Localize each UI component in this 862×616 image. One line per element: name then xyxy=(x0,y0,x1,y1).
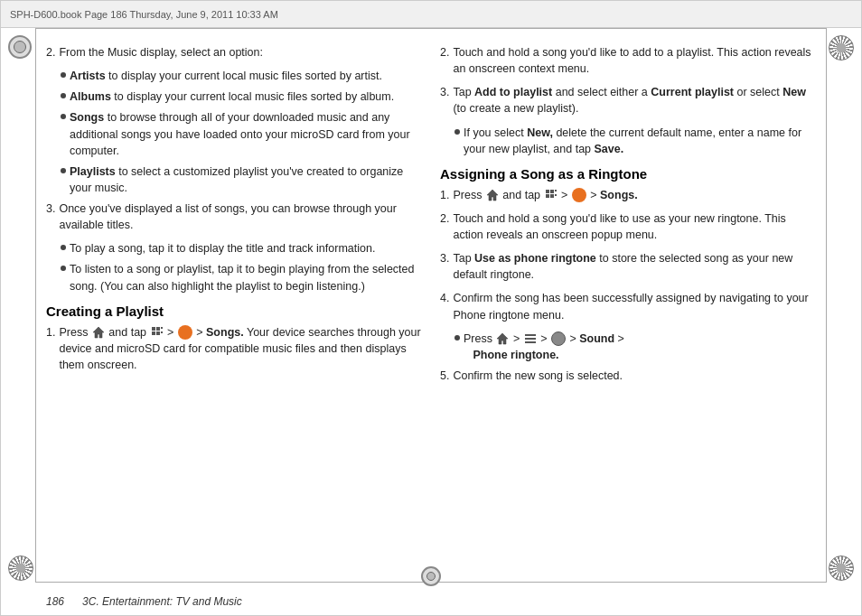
creating-step-1: 1. Press and tap xyxy=(46,324,422,373)
right-column: 2. Touch and hold a song you'd like to a… xyxy=(440,35,816,570)
step3-right-bullets: If you select New, delete the current de… xyxy=(454,125,816,157)
ringtone-step4-bullet: Press > xyxy=(454,331,816,363)
svg-rect-9 xyxy=(550,190,554,193)
bullet-artists: Artists to display your current local mu… xyxy=(61,68,422,84)
bullet-dot xyxy=(454,129,460,135)
page-number: 186 xyxy=(46,595,64,608)
step-3: 3. Once you've displayed a list of songs… xyxy=(46,201,422,233)
header-text: SPH-D600.book Page 186 Thursday, June 9,… xyxy=(10,9,278,20)
svg-rect-4 xyxy=(156,331,160,335)
step3-right-bullet: If you select New, delete the current de… xyxy=(454,125,816,157)
bullet-playlists: Playlists to select a customized playlis… xyxy=(61,163,422,196)
orange-circle-ringtone xyxy=(572,188,586,202)
svg-rect-1 xyxy=(152,327,155,331)
svg-rect-10 xyxy=(546,194,549,198)
bullet-dot xyxy=(61,72,66,78)
bullet-dot xyxy=(61,168,66,173)
right-step-2: 2. Touch and hold a song you'd like to a… xyxy=(440,44,816,77)
step3-bullets: To play a song, tap it to display the ti… xyxy=(61,240,422,294)
ringtone-step-2: 2. Touch and hold a song you'd like to u… xyxy=(440,210,816,243)
home-icon xyxy=(92,326,105,339)
step-2: 2. From the Music display, select an opt… xyxy=(46,44,422,61)
svg-marker-0 xyxy=(93,327,104,338)
bullet-dot xyxy=(61,245,66,250)
home-icon-ringtone xyxy=(486,189,499,201)
main-content: 2. From the Music display, select an opt… xyxy=(46,35,816,570)
creating-playlist-heading: Creating a Playlist xyxy=(46,303,422,319)
ringtone-heading: Assigning a Song as a Ringtone xyxy=(440,166,816,182)
bullet-songs: Songs to browse through all of your down… xyxy=(61,109,422,158)
step3-bullet-2: To listen to a song or playlist, tap it … xyxy=(61,261,422,294)
svg-rect-11 xyxy=(550,194,554,198)
ringtone-step-1: 1. Press and tap xyxy=(440,187,816,203)
bullet-dot xyxy=(61,114,66,119)
step-2-text: From the Music display, select an option… xyxy=(59,44,263,61)
top-border-line xyxy=(35,28,827,29)
svg-rect-8 xyxy=(546,190,549,193)
ringtone-step-4: 4. Confirm the song has been successfull… xyxy=(440,290,816,322)
step3-bullet-1: To play a song, tap it to display the ti… xyxy=(61,240,422,257)
left-border-line xyxy=(35,28,36,583)
grid-icon-ringtone xyxy=(545,189,557,201)
corner-bottom-left xyxy=(8,555,33,581)
svg-rect-17 xyxy=(525,341,536,343)
home-icon-press xyxy=(496,332,509,345)
svg-rect-5 xyxy=(161,327,163,329)
bullet-dot xyxy=(61,266,66,271)
orange-circle-icon xyxy=(178,325,192,340)
ringtone-step-3: 3. Tap Use as phone ringtone to store th… xyxy=(440,250,816,283)
svg-rect-6 xyxy=(161,331,163,333)
corner-top-left xyxy=(8,35,33,61)
option-bullets: Artists to display your current local mu… xyxy=(61,68,422,196)
menu-lines-icon xyxy=(524,332,537,345)
grid-icon xyxy=(151,326,164,339)
bullet-dot xyxy=(61,93,66,98)
left-column: 2. From the Music display, select an opt… xyxy=(46,35,422,570)
ringtone-step-5: 5. Confirm the new song is selected. xyxy=(440,368,816,384)
svg-marker-7 xyxy=(487,190,498,201)
chapter-label: 3C. Entertainment: TV and Music xyxy=(82,595,242,608)
svg-rect-13 xyxy=(555,194,557,196)
corner-top-right xyxy=(829,35,854,61)
svg-rect-2 xyxy=(156,327,160,331)
settings-icon xyxy=(551,331,566,346)
bullet-albums: Albums to display your current local mus… xyxy=(61,89,422,105)
svg-rect-15 xyxy=(525,334,536,336)
right-border-line xyxy=(826,28,827,583)
footer: 186 3C. Entertainment: TV and Music xyxy=(46,595,242,608)
header-bar: SPH-D600.book Page 186 Thursday, June 9,… xyxy=(1,1,861,28)
right-step-3: 3. Tap Add to playlist and select either… xyxy=(440,84,816,117)
ringtone-step4-bullets: Press > xyxy=(454,331,816,363)
svg-marker-14 xyxy=(497,333,508,344)
svg-rect-12 xyxy=(555,190,557,191)
corner-bottom-right xyxy=(829,555,854,581)
svg-rect-16 xyxy=(525,338,536,340)
bullet-dot xyxy=(454,335,460,341)
page-wrapper: SPH-D600.book Page 186 Thursday, June 9,… xyxy=(0,0,862,616)
svg-rect-3 xyxy=(152,331,155,335)
